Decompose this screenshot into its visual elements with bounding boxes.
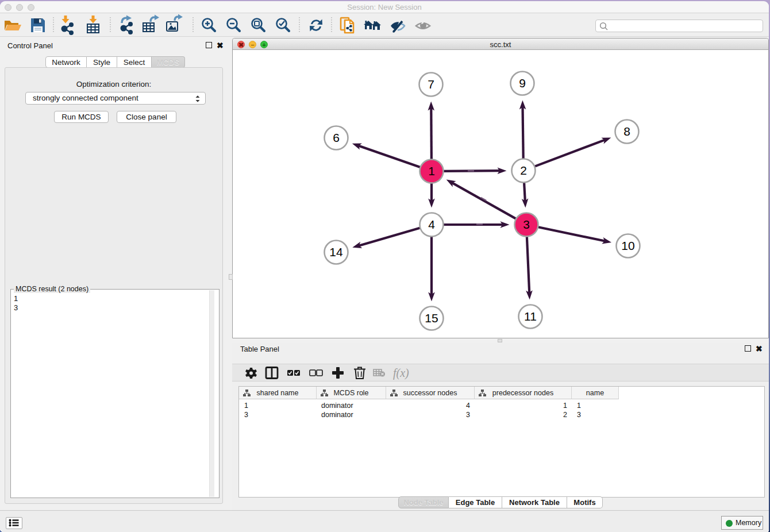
svg-text:11: 11 bbox=[524, 310, 537, 323]
svg-text:10: 10 bbox=[621, 239, 634, 252]
svg-text:2: 2 bbox=[520, 164, 527, 177]
svg-text:6: 6 bbox=[333, 131, 340, 144]
svg-text:14: 14 bbox=[329, 245, 343, 259]
svg-text:1: 1 bbox=[428, 164, 435, 178]
svg-text:7: 7 bbox=[428, 78, 434, 91]
svg-text:15: 15 bbox=[425, 311, 438, 325]
svg-text:8: 8 bbox=[623, 125, 630, 138]
svg-text:3: 3 bbox=[523, 218, 530, 231]
svg-text:f(x): f(x) bbox=[393, 367, 409, 380]
svg-text:9: 9 bbox=[519, 76, 526, 90]
svg-text:4: 4 bbox=[428, 218, 435, 231]
